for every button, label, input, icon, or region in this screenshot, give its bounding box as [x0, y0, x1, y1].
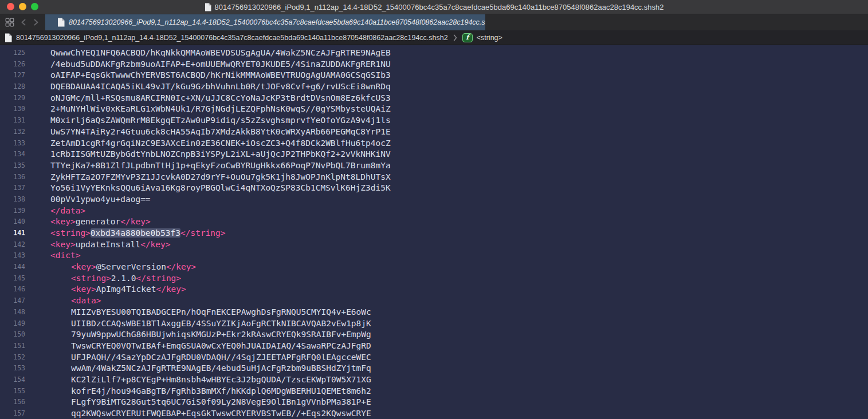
xml-tag: <string> — [71, 274, 111, 283]
active-tab[interactable]: 8014756913020966_iPod9,1_n112ap_14.4-18D… — [45, 14, 485, 30]
breadcrumb-symbol-item[interactable]: f <string> — [462, 33, 502, 42]
code-segment: UwS7YN4TAiRy2r4Gtuu6ck8cHA55AqIb7XMdzAkk… — [50, 127, 391, 136]
line-number: 137 — [0, 183, 25, 194]
code-line[interactable]: 1341cRbIISGMtUZBybGdtYnbLNOZCnpB3iYSPyL2… — [0, 149, 868, 160]
xml-tag: </key> — [166, 262, 196, 271]
close-window-button[interactable] — [7, 3, 14, 10]
code-line[interactable]: 129oNJGMc/mll+RSQsmu8ARCIRN0Ic+XN/uJJC8C… — [0, 93, 868, 104]
tab-overview-icon[interactable] — [5, 18, 14, 27]
line-number: 138 — [0, 194, 25, 205]
minimize-window-button[interactable] — [19, 3, 26, 10]
line-number: 134 — [0, 149, 25, 160]
code-line[interactable]: 146<key>ApImg4Ticket</key> — [0, 284, 868, 295]
code-line[interactable]: 148MIIZvBYESU00TQIBADGCEPn/hOqFnEKCEPAwg… — [0, 307, 868, 318]
code-line[interactable]: 128DQEBDAUAA4ICAQA5iKL49vJT/kGu9GzbhVuhn… — [0, 81, 868, 93]
line-number: 150 — [0, 329, 25, 341]
line-number: 129 — [0, 93, 25, 104]
forward-icon[interactable] — [33, 18, 40, 26]
code-line[interactable]: 140<key>generator</key> — [0, 216, 868, 228]
code-segment: updateInstall — [76, 240, 141, 249]
line-number: 153 — [0, 363, 25, 374]
code-line[interactable]: 142<key>updateInstall</key> — [0, 239, 868, 251]
code-text: FLgfY9BiMTG28Gut5tq6UC7GiS0f09Ly2N8VegE9… — [25, 397, 371, 408]
code-line[interactable]: 156FLgfY9BiMTG28Gut5tq6UC7GiS0f09Ly2N8Ve… — [0, 397, 868, 408]
code-line[interactable]: 147<data> — [0, 295, 868, 307]
code-text: <string>2.1.0</string> — [25, 273, 181, 284]
code-text: /4ebud5uDDAKFgRzbm9uoAIFAP+E+omUUEMwQRYE… — [25, 59, 391, 70]
code-text: 1cRbIISGMtUZBybGdtYnbLNOZCnpB3iYSPyL2iXL… — [25, 149, 391, 160]
code-line[interactable]: 133ZetAmD1cgRf4grGqiNzC9E3AXcEin0zE36CNE… — [0, 138, 868, 149]
line-number: 125 — [0, 48, 25, 59]
code-segment: KC2lZiLlf7+p8CYEgP+Hm8nsbh4wHBYEc3J2bgQU… — [71, 375, 371, 384]
line-number: 146 — [0, 284, 25, 295]
line-number: 147 — [0, 295, 25, 307]
code-line[interactable]: 152UFJPAQH//4SazYpDCzAJFgRDU0VDAQH//4Sqj… — [0, 352, 868, 363]
code-line[interactable]: 157qq2KWQswCRYERUtFWQEBAP+EqsGkTwswCRYER… — [0, 408, 868, 419]
code-text: wwAm/4WakZ5NCzAJFgRTRE9NAgEB/4ebud5uHjAc… — [25, 363, 371, 374]
xml-tag: <dict> — [50, 251, 80, 260]
xml-tag: </key> — [120, 217, 150, 226]
code-line[interactable]: 127oAIFAP+EqsGkTwwwChYERVBST6ACBQD/hKrNi… — [0, 70, 868, 81]
code-line[interactable]: 139</data> — [0, 205, 868, 217]
code-line[interactable]: 136ZykHFTZa2O7FZMYvP3Z1JJcvkA0D27d9rYF+O… — [0, 172, 868, 183]
code-line[interactable]: 13800pVv1ypwo4yu+daog== — [0, 194, 868, 205]
code-text: KC2lZiLlf7+p8CYEgP+Hm8nsbh4wHBYEc3J2bgQU… — [25, 374, 371, 386]
code-segment: 1cRbIISGMtUZBybGdtYnbLNOZCnpB3iYSPyL2iXL… — [50, 149, 391, 159]
zoom-window-button[interactable] — [31, 3, 38, 10]
line-number: 155 — [0, 386, 25, 397]
line-number: 139 — [0, 205, 25, 217]
code-line[interactable]: 151TwswCRYEQ0VQTwIBAf+EmqGSUA0wCxYEQ0hJU… — [0, 341, 868, 352]
line-number: 156 — [0, 397, 25, 408]
tab-bar: 8014756913020966_iPod9,1_n112ap_14.4-18D… — [0, 14, 868, 30]
code-line[interactable]: 155kofrE4j/hou94GaBgTB/FgRhb3BmMXf/hKKdp… — [0, 386, 868, 397]
code-line[interactable]: 1302+MuNYHlWiv0xKEaRLG1xWbN4Uk1/R7GjNGdj… — [0, 104, 868, 115]
code-text: UIIBDzCCAQsWBE1BTlAxggEB/4SSuYZIKjAoFgRC… — [25, 318, 371, 330]
code-line[interactable]: 145<string>2.1.0</string> — [0, 273, 868, 284]
line-number: 142 — [0, 239, 25, 251]
code-segment: M0xirlj6aQsZAWQmRrM8EkgqETzAw0uP9idiq/s5… — [50, 116, 391, 125]
line-number: 141 — [0, 228, 25, 239]
code-line[interactable]: 141<string>0xbd34a880be0b53f3</string> — [0, 228, 868, 239]
function-badge-icon: f — [462, 33, 473, 42]
code-line[interactable]: 149UIIBDzCCAQsWBE1BTlAxggEB/4SSuYZIKjAoF… — [0, 318, 868, 330]
code-line[interactable]: 143<dict> — [0, 250, 868, 262]
code-text: </data> — [25, 205, 85, 217]
code-segment: qq2KWQswCRYERUtFWQEBAP+EqsGkTwswCRYERVBS… — [71, 409, 371, 418]
code-line[interactable]: 137Yo56i1VyYEKnksQQu6iAva16Kg8royPBGQlwC… — [0, 183, 868, 194]
window-title: 8014756913020966_iPod9,1_n112ap_14.4-18D… — [215, 3, 664, 11]
code-line[interactable]: 154KC2lZiLlf7+p8CYEgP+Hm8nsbh4wHBYEc3J2b… — [0, 374, 868, 386]
code-text: <key>updateInstall</key> — [25, 239, 171, 251]
document-icon — [205, 3, 211, 11]
xml-tag: <data> — [71, 296, 101, 305]
code-line[interactable]: 125QwwwChYEQ1NFQ6ACBQD/hKqNkkQMMAoWBEVDS… — [0, 48, 868, 59]
line-number: 151 — [0, 341, 25, 352]
line-number: 145 — [0, 273, 25, 284]
code-segment: 79yuW9ppwUChG86HBUjwhiqsKMGUzP+Ekr2kRAsw… — [71, 330, 371, 339]
code-line[interactable]: 126/4ebud5uDDAKFgRzbm9uoAIFAP+E+omUUEMwQ… — [0, 59, 868, 70]
line-number: 131 — [0, 115, 25, 127]
code-text: <dict> — [25, 250, 80, 262]
xml-tag: <key> — [50, 217, 76, 226]
code-editor[interactable]: 125QwwwChYEQ1NFQ6ACBQD/hKqNkkQMMAoWBEVDS… — [0, 45, 868, 419]
back-icon[interactable] — [20, 18, 27, 26]
code-segment: 2+MuNYHlWiv0xKEaRLG1xWbN4Uk1/R7GjNGdjLEZ… — [50, 104, 391, 113]
code-segment: oAIFAP+EqsGkTwwwChYERVBST6ACBQD/hKrNikMM… — [50, 70, 391, 80]
code-text: ZykHFTZa2O7FZMYvP3Z1JJcvkA0D27d9rYF+OuOu… — [25, 172, 391, 183]
code-segment: ZetAmD1cgRf4grGqiNzC9E3AXcEin0zE36CNEK+i… — [50, 139, 391, 148]
code-line[interactable]: 144<key>@ServerVersion</key> — [0, 262, 868, 273]
code-segment: MIIZvBYESU00TQIBADGCEPn/hOqFnEKCEPAwghDs… — [71, 307, 371, 317]
window-titlebar: 8014756913020966_iPod9,1_n112ap_14.4-18D… — [0, 0, 868, 14]
tab-title: 8014756913020966_iPod9,1_n112ap_14.4-18D… — [69, 18, 485, 26]
line-number: 130 — [0, 104, 25, 115]
breadcrumb-file-label: 8014756913020966_iPod9,1_n112ap_14.4-18D… — [16, 34, 448, 42]
code-line[interactable]: 15079yuW9ppwUChG86HBUjwhiqsKMGUzP+Ekr2kR… — [0, 329, 868, 341]
document-icon — [57, 18, 65, 27]
highlighted-value: 0xbd34a880be0b53f3 — [91, 228, 180, 238]
code-line[interactable]: 153wwAm/4WakZ5NCzAJFgRTRE9NAgEB/4ebud5uH… — [0, 363, 868, 374]
code-line[interactable]: 131M0xirlj6aQsZAWQmRrM8EkgqETzAw0uP9idiq… — [0, 115, 868, 127]
code-line[interactable]: 132UwS7YN4TAiRy2r4Gtuu6ck8cHA55AqIb7XMdz… — [0, 127, 868, 138]
code-segment: ZykHFTZa2O7FZMYvP3Z1JJcvkA0D27d9rYF+OuOu… — [50, 172, 391, 181]
code-text: oNJGMc/mll+RSQsmu8ARCIRN0Ic+XN/uJJC8CcYo… — [25, 93, 391, 104]
code-segment: kofrE4j/hou94GaBgTB/FgRhb3BmMXf/hKKdplQ6… — [71, 386, 371, 396]
code-line[interactable]: 135TTYejKa7+8B1ZlfJLpdbnTtHj1p+qEkyFzoCw… — [0, 160, 868, 172]
